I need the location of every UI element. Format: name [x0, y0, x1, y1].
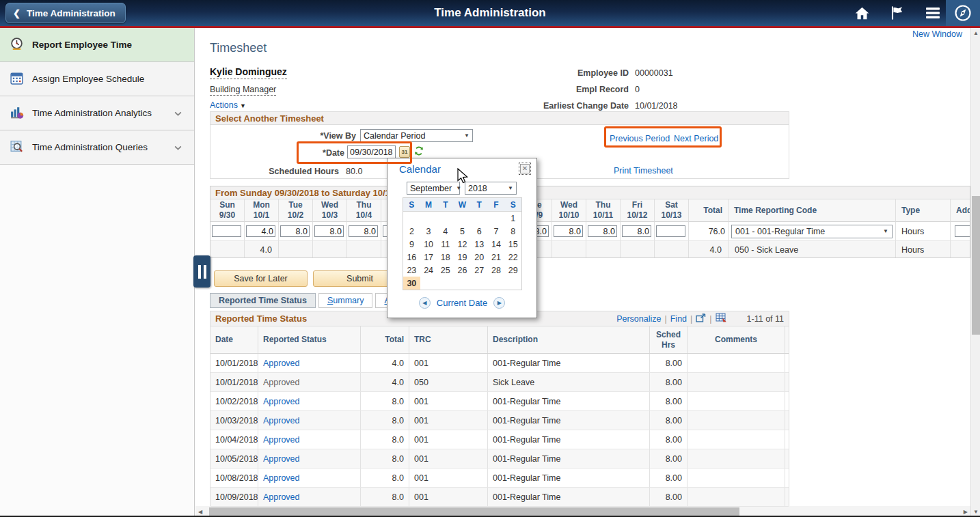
calendar-day-21[interactable]: 21 — [488, 251, 505, 264]
reported-status-link[interactable]: Approved — [263, 416, 300, 425]
hours-input-10-2[interactable] — [280, 225, 310, 237]
menu-icon[interactable] — [924, 4, 942, 22]
calendar-day-29[interactable]: 29 — [504, 264, 521, 277]
calendar-day-15[interactable]: 15 — [504, 238, 521, 251]
refresh-icon[interactable] — [413, 145, 424, 158]
calendar-day-3[interactable]: 3 — [420, 225, 437, 238]
horizontal-scrollbar-thumb[interactable] — [209, 507, 739, 516]
calendar-day-16[interactable]: 16 — [403, 251, 420, 264]
next-period-link[interactable]: Next Period — [674, 134, 718, 143]
sidebar-item-time-administration-queries[interactable]: Time Administration Queries — [0, 130, 194, 165]
calendar-close-button[interactable]: ✕ — [519, 163, 531, 175]
sidebar-item-report-employee-time[interactable]: Report Employee Time — [0, 28, 194, 62]
sidebar-item-time-administration-analytics[interactable]: Time Administration Analytics — [0, 96, 194, 130]
view-by-select[interactable]: Calendar Period▼ — [360, 129, 473, 142]
calendar-day-17[interactable]: 17 — [420, 251, 437, 264]
scroll-left-icon[interactable]: ◀ — [198, 509, 202, 515]
current-date-link[interactable]: Current Date — [437, 298, 487, 308]
month-select[interactable]: September▼ — [407, 182, 460, 195]
print-timesheet-link[interactable]: Print Timesheet — [614, 166, 673, 176]
hours-input-10-4[interactable] — [349, 225, 378, 237]
calendar-day-12[interactable]: 12 — [454, 238, 471, 251]
report-comments-cell — [688, 392, 785, 410]
reported-status-link[interactable]: Approved — [263, 359, 300, 368]
report-status-cell: Approved — [258, 488, 361, 506]
home-icon[interactable] — [853, 4, 871, 22]
reported-status-link[interactable]: Approved — [263, 397, 300, 406]
hours-input-9-30[interactable] — [212, 225, 241, 237]
download-grid-icon[interactable] — [716, 313, 727, 324]
calendar-day-10[interactable]: 10 — [420, 238, 437, 251]
calendar-day-28[interactable]: 28 — [488, 264, 505, 277]
hours-input-10-11[interactable] — [588, 225, 617, 237]
calendar-day-8[interactable]: 8 — [504, 225, 521, 238]
hours-input-10-13[interactable] — [656, 225, 685, 237]
report-sched-hrs-cell: 8.00 — [650, 449, 688, 468]
calendar-day-2[interactable]: 2 — [403, 225, 420, 238]
hours-input-10-12[interactable] — [622, 225, 651, 237]
calendar-day-6[interactable]: 6 — [471, 225, 488, 238]
calendar-day-27[interactable]: 27 — [471, 264, 488, 277]
calendar-day-22[interactable]: 22 — [504, 251, 521, 264]
popout-icon[interactable] — [696, 313, 706, 324]
clock-icon — [10, 37, 24, 53]
reported-status-link[interactable]: Approved — [263, 492, 300, 502]
calendar-day-23[interactable]: 23 — [403, 264, 420, 277]
find-link[interactable]: Find — [670, 314, 687, 324]
hours-input-10-3[interactable] — [314, 225, 344, 237]
sidebar-item-assign-employee-schedule[interactable]: Assign Employee Schedule — [0, 62, 194, 96]
navbar-compass-button[interactable] — [946, 0, 980, 28]
scroll-up-icon[interactable]: ▲ — [973, 30, 979, 36]
type-cell-row2: Hours — [896, 240, 951, 258]
add-input[interactable] — [955, 225, 970, 237]
calendar-day-26[interactable]: 26 — [454, 264, 471, 277]
vertical-scrollbar[interactable]: ▲ ▼ — [970, 28, 980, 517]
scroll-down-icon[interactable]: ▼ — [973, 509, 979, 515]
hours-input-10-1[interactable] — [246, 225, 275, 237]
calendar-picker-button[interactable]: 31 — [399, 146, 410, 158]
hours-input-10-10[interactable] — [554, 225, 583, 237]
day-column-header: Fri10/12 — [621, 199, 655, 222]
calendar-day-1[interactable]: 1 — [504, 212, 521, 225]
calendar-day-5[interactable]: 5 — [454, 225, 471, 238]
reported-status-link[interactable]: Approved — [263, 435, 300, 445]
year-select[interactable]: 2018▼ — [465, 182, 517, 195]
calendar-icon — [10, 71, 24, 87]
next-date-icon[interactable]: ▶ — [493, 297, 505, 309]
calendar-day-18[interactable]: 18 — [437, 251, 454, 264]
calendar-day-9[interactable]: 9 — [403, 238, 420, 251]
report-total-cell: 8.0 — [361, 469, 409, 487]
employee-role-link[interactable]: Building Manager — [210, 85, 276, 96]
calendar-day-24[interactable]: 24 — [420, 264, 437, 277]
calendar-day-30[interactable]: 30 — [403, 277, 420, 290]
header-icons — [853, 0, 942, 26]
flag-icon[interactable] — [888, 4, 906, 22]
actions-menu[interactable]: Actions▼ — [210, 100, 246, 110]
trc-select[interactable]: 001 - 001-Regular Time▼ — [731, 225, 893, 238]
calendar-day-20[interactable]: 20 — [471, 251, 488, 264]
date-input[interactable] — [347, 145, 396, 158]
reported-status-link[interactable]: Approved — [263, 454, 300, 464]
new-window-link[interactable]: New Window — [912, 29, 962, 39]
employee-name-link[interactable]: Kylie Dominguez — [210, 66, 287, 79]
calendar-day-11[interactable]: 11 — [437, 238, 454, 251]
previous-date-icon[interactable]: ◀ — [419, 297, 431, 309]
back-button[interactable]: ❮ Time Administration — [5, 3, 126, 23]
month-value: September — [410, 184, 452, 193]
calendar-day-7[interactable]: 7 — [488, 225, 505, 238]
personalize-link[interactable]: Personalize — [616, 314, 661, 324]
calendar-day-4[interactable]: 4 — [437, 225, 454, 238]
save-for-later-button[interactable]: Save for Later — [214, 270, 308, 287]
previous-period-link[interactable]: Previous Period — [610, 134, 670, 143]
reported-status-link[interactable]: Approved — [263, 473, 300, 483]
calendar-day-19[interactable]: 19 — [454, 251, 471, 264]
calendar-day-13[interactable]: 13 — [471, 238, 488, 251]
calendar-day-25[interactable]: 25 — [437, 264, 454, 277]
scroll-right-icon[interactable]: ▶ — [964, 509, 968, 515]
vertical-scrollbar-thumb[interactable] — [972, 196, 980, 335]
tab-reported-time-status[interactable]: Reported Time Status — [210, 293, 316, 308]
report-date-cell: 10/05/2018 — [210, 449, 258, 468]
calendar-day-14[interactable]: 14 — [488, 238, 505, 251]
drag-handle[interactable] — [193, 255, 210, 288]
tab-summary[interactable]: Summary — [318, 293, 373, 308]
